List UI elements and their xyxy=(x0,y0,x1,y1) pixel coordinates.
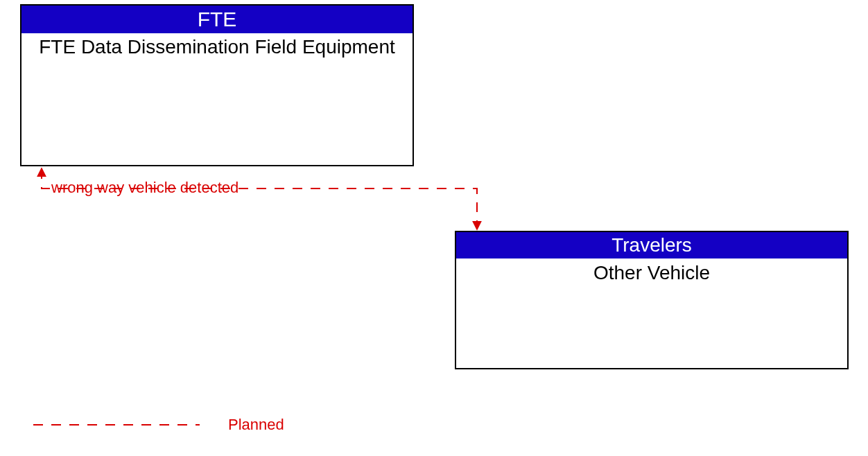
node-fte: FTE FTE Data Dissemination Field Equipme… xyxy=(20,4,414,166)
node-travelers-body: Other Vehicle xyxy=(456,258,847,286)
legend-planned-text: Planned xyxy=(228,416,284,433)
legend-planned-label: Planned xyxy=(228,416,284,434)
node-travelers-header-text: Travelers xyxy=(611,234,692,256)
node-travelers-body-text: Other Vehicle xyxy=(593,262,710,283)
flow-label-text: wrong way vehicle detected xyxy=(51,179,238,196)
flow-connector xyxy=(42,169,477,229)
node-fte-body: FTE Data Dissemination Field Equipment xyxy=(21,33,413,60)
node-fte-header: FTE xyxy=(21,6,413,33)
node-fte-body-text: FTE Data Dissemination Field Equipment xyxy=(39,36,395,58)
node-travelers: Travelers Other Vehicle xyxy=(455,231,849,369)
node-fte-header-text: FTE xyxy=(198,8,237,30)
flow-label: wrong way vehicle detected xyxy=(51,179,238,197)
node-travelers-header: Travelers xyxy=(456,232,847,258)
